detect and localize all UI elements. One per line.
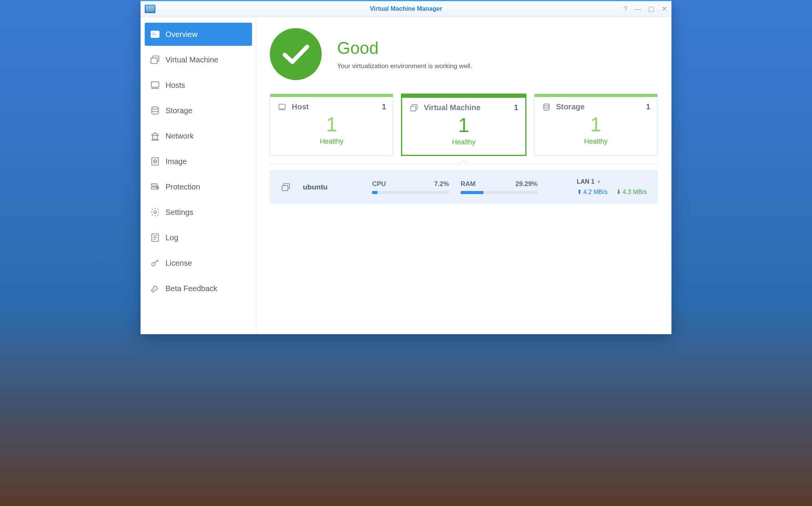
svg-rect-14	[151, 187, 157, 189]
svg-rect-5	[151, 82, 159, 87]
card-label: Host	[292, 102, 377, 111]
svg-rect-27	[282, 186, 288, 191]
sidebar-item-label: Overview	[165, 30, 197, 39]
titlebar: Virtual Machine Manager ? — ▢ ✕	[141, 1, 671, 17]
health-summary: Good Your virtualization environment is …	[270, 28, 658, 80]
protection-icon	[150, 182, 160, 192]
wrench-icon	[150, 283, 160, 293]
image-icon	[150, 156, 160, 166]
close-button[interactable]: ✕	[662, 5, 667, 12]
card-status: Healthy	[270, 137, 393, 146]
storage-icon	[541, 103, 551, 111]
svg-rect-13	[151, 184, 157, 186]
vm-icon	[409, 104, 419, 112]
sidebar-item-label: Hosts	[165, 81, 185, 90]
checkmark-icon	[270, 28, 322, 80]
sidebar-item-beta-feedback[interactable]: Beta Feedback	[145, 277, 252, 300]
card-status: Healthy	[535, 137, 657, 146]
minimize-button[interactable]: —	[634, 5, 641, 12]
sidebar-item-label: Protection	[165, 183, 200, 191]
card-status: Healthy	[402, 138, 525, 146]
status-subline: Your virtualization environment is worki…	[337, 62, 472, 70]
ram-percent: 29.29%	[515, 180, 538, 188]
vm-icon	[150, 55, 160, 65]
sidebar-item-label: Log	[165, 233, 178, 242]
svg-rect-4	[151, 58, 157, 64]
sidebar-item-license[interactable]: License	[145, 251, 252, 275]
upload-rate: ⬆ 4.2 MB/s	[577, 188, 608, 196]
svg-point-25	[543, 104, 549, 106]
sidebar-item-label: License	[165, 259, 192, 268]
cpu-percent: 7.2%	[434, 180, 449, 188]
maximize-button[interactable]: ▢	[648, 5, 655, 12]
download-rate: ⬇ 4.3 MB/s	[616, 188, 647, 196]
card-host[interactable]: Host 1 1 Healthy	[270, 94, 393, 156]
sidebar-item-network[interactable]: Network	[145, 124, 252, 147]
network-icon	[150, 131, 160, 141]
card-count: 1	[646, 102, 650, 111]
vm-icon	[281, 183, 291, 192]
help-button[interactable]: ?	[623, 5, 627, 12]
sidebar-item-label: Beta Feedback	[165, 284, 217, 293]
status-headline: Good	[337, 39, 472, 58]
sidebar-item-label: Settings	[165, 208, 193, 217]
card-count: 1	[514, 103, 518, 112]
svg-rect-1	[152, 33, 155, 34]
card-virtual-machine[interactable]: Virtual Machine 1 1 Healthy	[401, 94, 526, 156]
cpu-label: CPU	[372, 180, 386, 188]
sidebar-item-storage[interactable]: Storage	[145, 99, 252, 122]
sidebar-item-label: Network	[165, 132, 194, 141]
overview-icon	[150, 29, 160, 39]
vm-list-row[interactable]: ubuntu CPU 7.2% RAM 29.29%	[270, 170, 658, 204]
gear-icon	[150, 207, 160, 217]
storage-icon	[150, 106, 160, 116]
arrow-down-icon: ⬇	[616, 188, 621, 196]
ram-metric: RAM 29.29%	[461, 180, 538, 194]
ram-label: RAM	[461, 180, 476, 188]
lan-label-text: LAN 1	[577, 178, 595, 185]
sidebar-item-overview[interactable]: Overview	[145, 23, 252, 46]
sidebar-item-log[interactable]: Log	[145, 226, 252, 249]
window-title: Virtual Machine Manager	[141, 5, 671, 12]
app-window: Virtual Machine Manager ? — ▢ ✕ Overview…	[140, 0, 672, 334]
svg-point-7	[152, 107, 158, 109]
card-big-number: 1	[270, 114, 393, 134]
card-label: Storage	[556, 102, 642, 111]
chevron-down-icon: ▼	[597, 179, 601, 184]
sidebar-item-label: Image	[165, 157, 187, 166]
sidebar-item-protection[interactable]: Protection	[145, 175, 252, 198]
key-icon	[150, 258, 160, 268]
cpu-metric: CPU 7.2%	[372, 180, 449, 194]
svg-point-20	[152, 263, 155, 266]
svg-point-12	[155, 161, 155, 162]
card-count: 1	[382, 102, 386, 111]
arrow-up-icon: ⬆	[577, 188, 582, 196]
card-big-number: 1	[402, 115, 525, 135]
sidebar-item-image[interactable]: Image	[145, 150, 252, 173]
main-content: Good Your virtualization environment is …	[256, 17, 671, 334]
svg-rect-8	[153, 136, 158, 139]
host-icon	[150, 80, 160, 90]
sidebar-item-label: Virtual Machine	[165, 55, 218, 64]
host-icon	[277, 103, 287, 111]
card-label: Virtual Machine	[424, 103, 509, 112]
app-icon	[145, 5, 155, 13]
svg-point-15	[154, 211, 157, 214]
log-icon	[150, 233, 160, 243]
lan-selector[interactable]: LAN 1 ▼	[577, 178, 647, 185]
card-storage[interactable]: Storage 1 1 Healthy	[534, 94, 658, 156]
sidebar-item-virtual-machine[interactable]: Virtual Machine	[145, 48, 252, 71]
sidebar-item-label: Storage	[165, 106, 192, 115]
sidebar-item-settings[interactable]: Settings	[145, 201, 252, 224]
svg-rect-24	[411, 106, 416, 111]
card-connector	[270, 164, 658, 171]
svg-rect-2	[152, 34, 156, 35]
vm-name: ubuntu	[303, 183, 361, 191]
svg-rect-21	[279, 104, 286, 109]
sidebar: Overview Virtual Machine Hosts Storage	[141, 17, 256, 334]
card-big-number: 1	[535, 114, 657, 134]
sidebar-item-hosts[interactable]: Hosts	[145, 74, 252, 97]
